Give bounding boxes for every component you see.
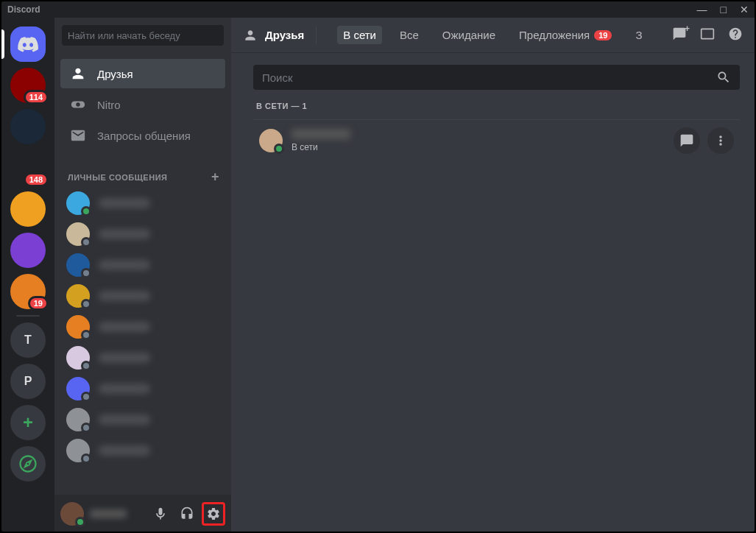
friends-icon [69,65,87,82]
close-icon[interactable]: ✕ [740,4,749,15]
dm-avatar [66,284,90,308]
more-button[interactable] [707,127,734,154]
user-status-dot [75,517,85,527]
friend-name [292,129,350,139]
tab-label: Все [400,29,419,41]
header-title-group: Друзья [243,28,304,43]
friends-search[interactable]: Поиск [253,65,740,90]
server-item[interactable]: 114 [10,68,46,103]
maximize-icon[interactable]: □ [721,4,727,15]
dm-avatar [66,408,90,431]
friend-info: В сети [292,129,665,152]
tab-badge: 19 [594,30,612,40]
server-item[interactable] [10,446,46,481]
dm-avatar [66,439,90,462]
user-name [90,509,127,518]
inbox-icon[interactable] [700,27,715,44]
dm-item[interactable] [60,342,225,373]
mail-icon [69,127,87,144]
main: Друзья В сетиВсеОжиданиеПредложения19З +… [231,18,755,533]
nav-mail[interactable]: Запросы общения [60,121,225,150]
friend-avatar [259,129,283,152]
nav-label: Запросы общения [97,130,191,142]
server-item[interactable] [10,191,46,227]
server-item[interactable]: P [10,364,46,399]
dm-avatar [66,191,90,215]
dm-search[interactable]: Найти или начать беседу [62,25,224,46]
dm-item[interactable] [60,373,225,404]
user-controls [149,502,225,526]
status-dot [81,268,91,278]
status-dot [81,361,91,371]
status-dot [81,392,91,402]
tab[interactable]: Все [394,26,425,44]
status-dot [81,330,91,340]
server-item[interactable] [10,233,46,268]
tab-label: Предложения [519,29,590,41]
user-panel [54,495,231,533]
user-avatar[interactable] [60,502,84,526]
dm-item[interactable] [60,311,225,342]
friend-status: В сети [292,142,665,152]
nav-nitro[interactable]: Nitro [60,90,225,119]
mute-button[interactable] [149,502,172,526]
header-title: Друзья [265,29,304,41]
status-dot [81,453,91,464]
dm-name [99,322,150,332]
tab[interactable]: В сети [337,26,382,44]
nav-list: ДрузьяNitroЗапросы общения [54,53,231,158]
tab-label: Ожидание [442,29,495,41]
message-button[interactable] [674,127,700,154]
nav-friends[interactable]: Друзья [60,59,225,88]
friend-actions [674,127,734,154]
friend-row[interactable]: В сети [253,119,740,161]
settings-button[interactable] [202,502,225,526]
server-badge: 114 [24,90,49,105]
tab[interactable]: З [629,26,648,44]
dm-name [99,260,150,270]
dm-search-placeholder: Найти или начать беседу [68,30,180,41]
dm-name [99,445,150,456]
dm-name [99,291,150,301]
tab[interactable]: Ожидание [437,26,501,44]
server-list: 11414819TP+ [1,18,54,533]
tab-label: В сети [343,29,376,41]
dm-item[interactable] [60,404,225,435]
server-item[interactable]: T [10,322,46,358]
titlebar: Discord — □ ✕ [1,1,755,18]
dm-name [99,353,150,363]
dm-item[interactable] [60,219,225,250]
tab[interactable]: Предложения19 [513,26,618,44]
minimize-icon[interactable]: — [697,4,707,15]
server-item[interactable]: + [10,405,46,440]
dm-item[interactable] [60,250,225,280]
help-icon[interactable] [728,27,743,44]
server-item[interactable]: 19 [10,274,46,309]
dm-name [99,384,150,394]
dm-avatar [66,222,90,246]
deafen-button[interactable] [175,502,199,526]
dm-avatar [66,315,90,339]
content: Поиск В СЕТИ — 1 В сети [231,53,755,533]
dm-item[interactable] [60,188,225,219]
dm-header: ЛИЧНЫЕ СООБЩЕНИЯ + [54,158,231,188]
nav-label: Nitro [97,99,121,111]
dm-item[interactable] [60,280,225,311]
header: Друзья В сетиВсеОжиданиеПредложения19З + [231,18,755,53]
nitro-icon [69,96,87,113]
create-dm-button[interactable]: + [211,169,219,185]
window-title: Discord [7,4,40,15]
dm-name [99,414,150,425]
dm-avatar [66,346,90,370]
server-item[interactable] [10,109,46,144]
server-badge: 148 [24,172,49,187]
server-item[interactable] [10,27,46,62]
dm-item[interactable] [60,435,225,466]
friends-list: В сети [253,119,740,161]
status-dot [274,144,284,154]
sidebar: Найти или начать беседу ДрузьяNitroЗапро… [54,18,231,533]
status-dot [81,206,91,216]
new-group-dm-icon[interactable]: + [672,27,687,44]
server-item[interactable]: 148 [10,150,46,186]
user-info [90,509,143,518]
